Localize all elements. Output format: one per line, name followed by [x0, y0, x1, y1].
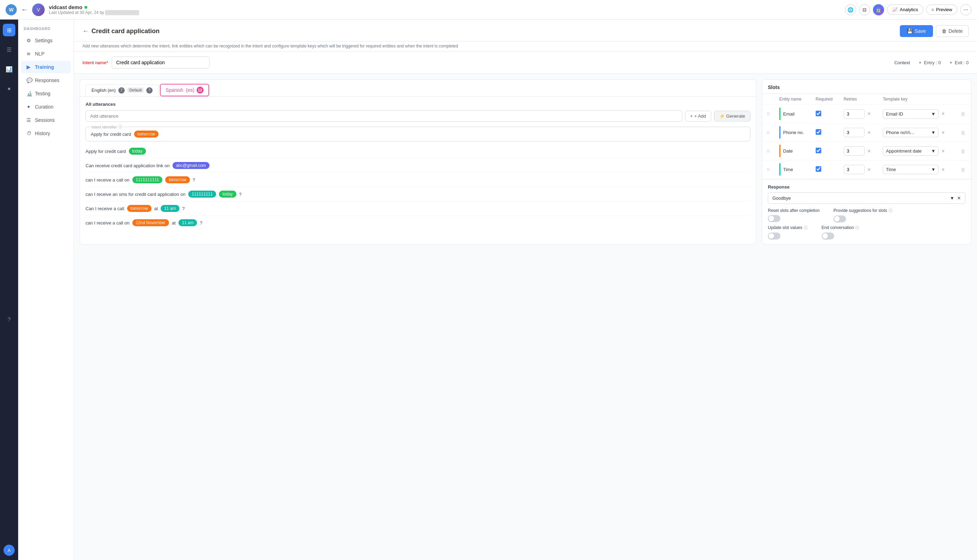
back-button[interactable]: ←: [21, 6, 28, 13]
sidebar-icon-list[interactable]: ☰: [3, 43, 15, 56]
drag-handle[interactable]: ≡: [767, 111, 770, 117]
tag-time: 11 am: [161, 205, 179, 212]
response-section: Response Goodbye ▼ ✕ Reset slots after c…: [762, 179, 971, 244]
drag-handle[interactable]: ≡: [767, 130, 770, 135]
template-clear[interactable]: ✕: [941, 130, 945, 135]
slots-panel: Slots Entity name Required Retries Templ…: [762, 79, 971, 245]
sidebar-icon-analytics[interactable]: 📊: [3, 63, 15, 75]
template-select[interactable]: Phone no\\\\... ▼: [883, 128, 939, 137]
context-exit[interactable]: ▼ Exit : 0: [949, 60, 969, 65]
sidebar-item-nlp[interactable]: ≋ NLP: [21, 47, 71, 60]
toggle-knob: [834, 216, 840, 222]
utterance-row: Apply for credit card today: [85, 144, 750, 158]
retries-clear[interactable]: ✕: [867, 167, 871, 172]
add-utterance-input[interactable]: [85, 110, 682, 122]
retries-input[interactable]: [844, 109, 865, 119]
retries-clear[interactable]: ✕: [867, 112, 871, 116]
retries-clear[interactable]: ✕: [867, 149, 871, 153]
sidebar-item-history[interactable]: ⏱ History: [21, 127, 71, 140]
utterance-text: Apply for credit card: [91, 132, 131, 137]
intent-name-label: Intent name*: [82, 60, 108, 65]
page-header-left: ← Credit card application: [82, 28, 160, 35]
drag-handle[interactable]: ≡: [767, 148, 770, 154]
intent-name-field: Intent name*: [82, 57, 210, 68]
template-field: Email ID ▼ ✕: [883, 109, 952, 119]
retries-field: ✕: [844, 128, 874, 137]
sidebar-item-settings[interactable]: ⚙ Settings: [21, 34, 71, 47]
required-checkbox[interactable]: [816, 111, 821, 116]
all-utterances-title: All utterances: [85, 102, 750, 107]
settings-button[interactable]: ⊟: [859, 4, 870, 15]
slot-delete-button[interactable]: 🗑: [960, 111, 965, 117]
sidebar-item-training[interactable]: ▶ Training: [21, 61, 71, 73]
slot-delete-button[interactable]: 🗑: [960, 130, 965, 135]
sidebar-item-label: Curation: [35, 104, 53, 110]
col-entity: Entity name: [775, 94, 812, 105]
info-icon: ⓘ: [889, 208, 892, 213]
save-button[interactable]: 💾 Save: [900, 25, 933, 37]
chevron-down-icon: ▼: [950, 195, 954, 201]
settings-icon: ⚙: [27, 38, 32, 43]
retries-input[interactable]: [844, 146, 865, 156]
analytics-button[interactable]: 📈 Analytics: [887, 5, 923, 15]
toggle-switch[interactable]: [822, 233, 834, 240]
globe-button[interactable]: 🌐: [845, 4, 856, 15]
template-select[interactable]: Email ID ▼: [883, 109, 939, 119]
tab-english[interactable]: English (en) 7 Default ?: [85, 84, 158, 97]
sidebar-item-curation[interactable]: ✦ Curation: [21, 100, 71, 113]
sidebar-item-label: Sessions: [35, 117, 55, 123]
retries-input[interactable]: [844, 128, 865, 137]
delete-button[interactable]: 🗑 Delete: [936, 25, 969, 37]
more-button[interactable]: ⋯: [960, 4, 971, 15]
toggle-switch[interactable]: [768, 215, 780, 222]
generate-button[interactable]: ⚡ Generate: [714, 111, 750, 122]
plus-icon: +: [690, 113, 693, 119]
required-checkbox[interactable]: [816, 129, 821, 135]
sidebar-icon-dot[interactable]: ●: [3, 82, 15, 95]
template-select[interactable]: Time ▼: [883, 165, 939, 174]
entity-name: Email: [783, 112, 795, 117]
retries-input[interactable]: [844, 165, 865, 174]
toggle-switch[interactable]: [834, 215, 846, 222]
close-icon[interactable]: ✕: [957, 195, 961, 201]
tag-today2: today: [219, 191, 236, 198]
responses-icon: 💬: [27, 78, 32, 83]
page-back-button[interactable]: ←: [82, 28, 89, 35]
tag-tomorrow: tomorrow: [134, 130, 158, 138]
required-checkbox[interactable]: [816, 166, 821, 172]
template-clear[interactable]: ✕: [941, 167, 945, 172]
intent-name-input[interactable]: [112, 57, 210, 68]
retries-clear[interactable]: ✕: [867, 130, 871, 135]
template-select[interactable]: Appointment date ▼: [883, 146, 939, 156]
default-badge: Default: [127, 88, 144, 93]
sidebar-icons: ⊞ ☰ 📊 ● ? A: [0, 20, 18, 560]
chatbot-icon: 🤖: [873, 4, 884, 15]
toggle-suggestions: Provide suggestions for slots ⓘ: [834, 208, 892, 222]
required-checkbox[interactable]: [816, 148, 821, 153]
toggle-switch[interactable]: [768, 233, 780, 240]
slot-delete-button[interactable]: 🗑: [960, 148, 965, 154]
add-button[interactable]: + + Add: [685, 111, 711, 122]
toggle-knob: [822, 233, 828, 239]
sidebar-item-responses[interactable]: 💬 Responses: [21, 74, 71, 87]
sidebar-item-label: Settings: [35, 38, 53, 43]
drag-handle[interactable]: ≡: [767, 167, 770, 172]
slot-delete-button[interactable]: 🗑: [960, 167, 965, 172]
preview-icon: ○: [931, 7, 934, 12]
sidebar-icon-dashboard[interactable]: ⊞: [3, 24, 15, 36]
response-select[interactable]: Goodbye ▼ ✕: [768, 192, 965, 204]
tag-phone: 1111111111: [132, 176, 163, 183]
col-drag: [762, 94, 775, 105]
app-logo: W: [6, 4, 17, 15]
preview-button[interactable]: ○ Preview: [926, 5, 957, 15]
sidebar-item-testing[interactable]: 🔬 Testing: [21, 87, 71, 100]
slot-row-phone: ≡ Phone no. ✕: [762, 123, 971, 142]
tab-spanish[interactable]: Spanish (es) 12: [160, 84, 209, 97]
template-clear[interactable]: ✕: [941, 112, 945, 116]
context-entry[interactable]: ▼ Entry : 0: [918, 60, 941, 65]
template-clear[interactable]: ✕: [941, 149, 945, 153]
context-area: Context ▼ Entry : 0 ▼ Exit : 0: [894, 60, 969, 65]
slots-title: Slots: [768, 85, 965, 90]
sidebar-item-sessions[interactable]: ☰ Sessions: [21, 114, 71, 127]
sidebar-icon-help[interactable]: ?: [3, 313, 15, 326]
